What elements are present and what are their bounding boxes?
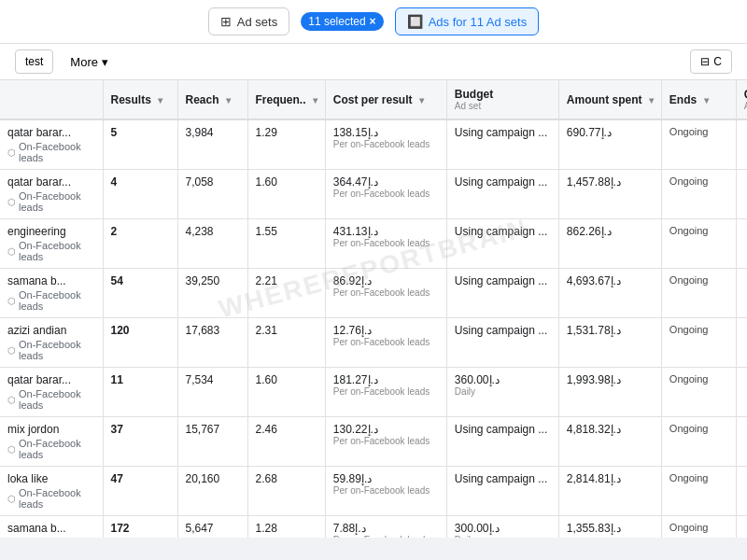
- cell-budget-1: Using campaign ...: [446, 170, 558, 219]
- cell-results-3: 54: [103, 269, 177, 318]
- cell-quality-8: [736, 516, 747, 539]
- cell-quality-1: [736, 170, 747, 219]
- cell-amount-5: 1,993.98د.إ: [558, 368, 661, 417]
- col-budget[interactable]: Budget Ad set: [446, 80, 558, 119]
- cell-amount-4: 1,531.78د.إ: [558, 318, 661, 368]
- cell-cost-8: 7.88د.إ Per on-Facebook leads: [325, 516, 446, 539]
- cell-ends-6: Ongoing: [661, 417, 736, 467]
- table-row: qatar barar... ⬡ On-Facebook leads 11 7,…: [0, 368, 747, 417]
- lead-icon-2: ⬡: [7, 246, 16, 257]
- cell-budget-5: 360.00د.إ Daily: [446, 368, 558, 417]
- cell-budget-4: Using campaign ...: [446, 318, 558, 368]
- selected-close-button[interactable]: ×: [370, 15, 376, 28]
- lead-icon-3: ⬡: [7, 296, 16, 306]
- test-button[interactable]: test: [15, 49, 53, 74]
- cell-ends-7: Ongoing: [661, 467, 736, 516]
- cell-ends-0: Ongoing: [661, 119, 736, 170]
- cell-quality-2: [736, 219, 747, 269]
- lead-icon-1: ⬡: [7, 197, 16, 207]
- cell-cost-0: 138.15د.إ Per on-Facebook leads: [325, 119, 446, 170]
- col-frequency[interactable]: Frequen.. ▾: [247, 80, 325, 119]
- ads-for-adsets-tab[interactable]: 🔲 Ads for 11 Ad sets: [395, 7, 540, 35]
- cell-amount-6: 4,818.32د.إ: [558, 417, 661, 467]
- cell-cost-4: 12.76د.إ Per on-Facebook leads: [325, 318, 446, 368]
- cell-frequency-5: 1.60: [247, 368, 325, 417]
- cell-amount-1: 1,457.88د.إ: [558, 170, 661, 219]
- cell-name-3: samana b... ⬡ On-Facebook leads: [0, 269, 103, 318]
- cell-amount-3: 4,693.67د.إ: [558, 269, 661, 318]
- cell-frequency-7: 2.68: [247, 467, 325, 516]
- cell-results-0: 5: [103, 119, 177, 170]
- cell-ends-1: Ongoing: [661, 170, 736, 219]
- cell-results-6: 37: [103, 417, 177, 467]
- col-amount-spent[interactable]: Amount spent ▾: [558, 80, 661, 119]
- cell-ends-8: Ongoing: [661, 516, 736, 539]
- cell-results-5: 11: [103, 368, 177, 417]
- more-button[interactable]: More ▾: [61, 50, 118, 74]
- cell-name-5: qatar barar... ⬡ On-Facebook leads: [0, 368, 103, 417]
- selected-badge: 11 selected ×: [301, 12, 383, 31]
- cell-amount-7: 2,814.81د.إ: [558, 467, 661, 516]
- col-results[interactable]: Results ▾: [103, 80, 177, 119]
- cell-cost-6: 130.22د.إ Per on-Facebook leads: [325, 417, 446, 467]
- cell-amount-8: 1,355.83د.إ: [558, 516, 661, 539]
- ad-sets-tab[interactable]: ⊞ Ad sets: [208, 7, 289, 35]
- table-row: engineering ⬡ On-Facebook leads 2 4,238 …: [0, 219, 747, 269]
- table-row: qatar barar... ⬡ On-Facebook leads 5 3,9…: [0, 119, 747, 170]
- col-name: [0, 80, 103, 119]
- cell-reach-2: 4,238: [177, 219, 247, 269]
- col-ends[interactable]: Ends ▾: [661, 80, 736, 119]
- budget-sublabel: Ad set: [455, 101, 551, 111]
- cell-frequency-1: 1.60: [247, 170, 325, 219]
- table-header-row: Results ▾ Reach ▾ Frequen.. ▾ Cost per r…: [0, 80, 747, 119]
- cell-name-2: engineering ⬡ On-Facebook leads: [0, 219, 103, 269]
- action-bar: test More ▾ ⊟ C: [0, 44, 747, 80]
- cell-budget-8: 300.00د.إ Daily: [446, 516, 558, 539]
- cell-ends-4: Ongoing: [661, 318, 736, 368]
- ad-sets-label: Ad sets: [237, 15, 277, 29]
- cell-budget-7: Using campaign ...: [446, 467, 558, 516]
- table-row: samana b... ⬡ On-Facebook leads 54 39,25…: [0, 269, 747, 318]
- cell-quality-5: [736, 368, 747, 417]
- col-reach[interactable]: Reach ▾: [177, 80, 247, 119]
- ads-for-label: Ads for 11 Ad sets: [429, 15, 528, 29]
- cell-frequency-8: 1.28: [247, 516, 325, 539]
- cell-frequency-4: 2.31: [247, 318, 325, 368]
- cell-name-7: loka like ⬡ On-Facebook leads: [0, 467, 103, 516]
- col-quality-ranking[interactable]: Quality ranking Ad relev...: [736, 80, 747, 119]
- cell-budget-3: Using campaign ...: [446, 269, 558, 318]
- top-bar: ⊞ Ad sets 11 selected × 🔲 Ads for 11 Ad …: [0, 0, 747, 44]
- cell-name-4: azizi andian ⬡ On-Facebook leads: [0, 318, 103, 368]
- table-row: qatar barar... ⬡ On-Facebook leads 4 7,0…: [0, 170, 747, 219]
- cell-budget-6: Using campaign ...: [446, 417, 558, 467]
- cell-quality-0: [736, 119, 747, 170]
- freq-sort-icon: ▾: [313, 95, 317, 105]
- cell-quality-3: [736, 269, 747, 318]
- cell-name-8: samana b... ⬡ On-Facebook leads: [0, 516, 103, 539]
- cell-reach-4: 17,683: [177, 318, 247, 368]
- columns-label: C: [713, 55, 722, 68]
- more-label: More: [70, 55, 98, 69]
- cell-ends-5: Ongoing: [661, 368, 736, 417]
- action-left: test More ▾: [15, 49, 118, 74]
- cell-results-8: 172: [103, 516, 177, 539]
- cell-budget-0: Using campaign ...: [446, 119, 558, 170]
- cell-quality-6: [736, 417, 747, 467]
- cell-frequency-0: 1.29: [247, 119, 325, 170]
- cell-frequency-6: 2.46: [247, 417, 325, 467]
- columns-button[interactable]: ⊟ C: [690, 49, 732, 74]
- cell-cost-2: 431.13د.إ Per on-Facebook leads: [325, 219, 446, 269]
- cell-cost-5: 181.27د.إ Per on-Facebook leads: [325, 368, 446, 417]
- adsets-grid-icon: ⊞: [220, 14, 232, 29]
- cell-cost-7: 59.89د.إ Per on-Facebook leads: [325, 467, 446, 516]
- table-row: mix jordon ⬡ On-Facebook leads 37 15,767…: [0, 417, 747, 467]
- cost-sort-icon: ▾: [419, 95, 424, 105]
- cell-reach-0: 3,984: [177, 119, 247, 170]
- cell-budget-2: Using campaign ...: [446, 219, 558, 269]
- ads-table: Results ▾ Reach ▾ Frequen.. ▾ Cost per r…: [0, 80, 747, 538]
- amount-sort-icon: ▾: [649, 95, 654, 105]
- cell-quality-4: [736, 318, 747, 368]
- lead-icon-0: ⬡: [7, 147, 16, 158]
- cell-reach-8: 5,647: [177, 516, 247, 539]
- col-cost-per-result[interactable]: Cost per result ▾: [325, 80, 446, 119]
